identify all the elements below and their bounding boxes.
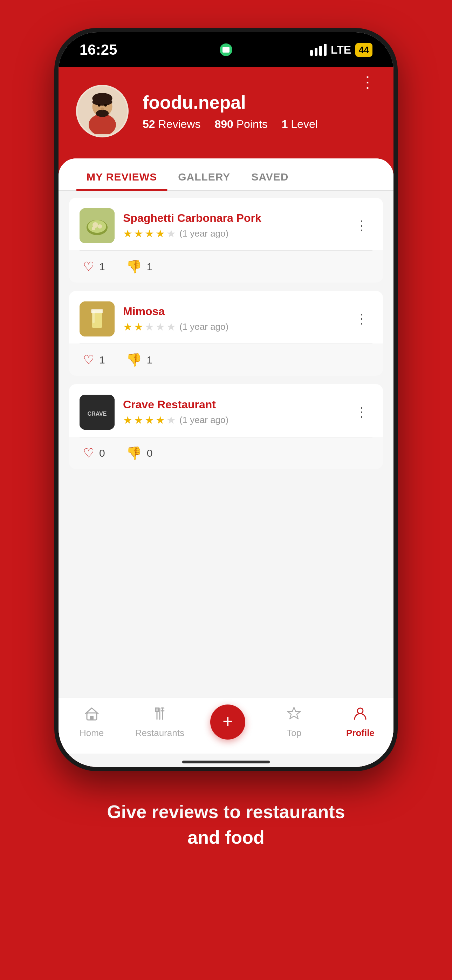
review-meta: Spaghetti Carbonara Pork ★ ★ ★ ★ ★ [123,212,343,240]
add-icon: + [223,712,233,730]
review-time: (1 year ago) [180,415,228,425]
review-time: (1 year ago) [180,228,228,239]
svg-point-14 [92,227,95,230]
review-more-button[interactable]: ⋮ [352,219,372,232]
dislike-count: 0 [147,447,153,459]
bottom-nav: Home [59,697,393,754]
home-bar [182,760,270,764]
phone-frame: 16:25 LTE 44 ⋮ [54,28,398,771]
profile-details: foodu.nepal 52 Reviews 890 Points 1 Leve… [143,92,318,131]
review-more-button[interactable]: ⋮ [352,406,372,419]
tab-gallery[interactable]: GALLERY [167,158,241,190]
review-top: CRAVE Crave Restaurant ★ ★ ★ [69,384,383,437]
level-stat: 1 Level [282,118,318,131]
facetime-icon [220,43,232,56]
heart-icon: ♡ [83,353,94,368]
status-right: LTE 44 [310,43,372,57]
top-icon [286,706,302,725]
caption: Give reviews to restaurantsand food [107,799,345,850]
thumbsdown-icon: 👎 [126,446,142,461]
like-button[interactable]: ♡ 0 [83,446,105,461]
star-5: ★ [166,228,176,240]
stars: ★ ★ ★ ★ ★ [123,414,176,426]
profile-icon [352,706,368,725]
tabs-bar: MY REVIEWS GALLERY SAVED [59,158,393,191]
review-actions: ♡ 1 👎 1 [69,344,383,376]
svg-point-13 [98,224,102,229]
like-count: 0 [99,447,105,459]
review-top: Mimosa ★ ★ ★ ★ ★ (1 year ag [69,291,383,344]
svg-rect-18 [92,311,95,323]
dislike-button[interactable]: 👎 1 [126,259,153,274]
like-button[interactable]: ♡ 1 [83,259,105,274]
review-meta: Crave Restaurant ★ ★ ★ ★ ★ [123,398,343,426]
more-options-button[interactable]: ⋮ [360,74,376,90]
svg-point-8 [100,108,104,110]
star-4: ★ [156,414,165,426]
review-title: Mimosa [123,305,343,318]
profile-header: ⋮ [59,67,393,158]
star-3: ★ [145,321,154,333]
thumbsdown-icon: 👎 [126,353,142,368]
review-item: Mimosa ★ ★ ★ ★ ★ (1 year ag [69,291,383,376]
review-title: Spaghetti Carbonara Pork [123,212,343,225]
tab-saved[interactable]: SAVED [241,158,299,190]
star-1: ★ [123,228,132,240]
review-more-button[interactable]: ⋮ [352,312,372,326]
points-stat: 890 Points [215,118,267,131]
dislike-count: 1 [147,354,153,366]
username: foodu.nepal [143,92,318,113]
svg-point-5 [96,110,108,117]
phone-screen: 16:25 LTE 44 ⋮ [59,32,393,767]
reviews-stat: 52 Reviews [143,118,201,131]
restaurants-icon [152,706,167,725]
review-image: CRAVE [80,395,115,430]
star-4: ★ [156,321,165,333]
avatar [76,85,129,137]
review-item: Spaghetti Carbonara Pork ★ ★ ★ ★ ★ [69,198,383,283]
status-bar: 16:25 LTE 44 [59,32,393,67]
star-2: ★ [134,228,143,240]
star-2: ★ [134,321,143,333]
signal-icon [310,44,326,56]
add-button[interactable]: + [210,705,245,740]
review-actions: ♡ 1 👎 1 [69,251,383,283]
heart-icon: ♡ [83,446,94,461]
tab-my-reviews[interactable]: MY REVIEWS [76,158,167,190]
content-area: MY REVIEWS GALLERY SAVED [59,158,393,767]
nav-profile-label: Profile [346,728,374,738]
star-1: ★ [123,414,132,426]
star-4: ★ [156,228,165,240]
svg-point-4 [92,99,112,106]
review-image [80,208,115,243]
battery-indicator: 44 [355,43,372,57]
like-button[interactable]: ♡ 1 [83,353,105,368]
status-time: 16:25 [80,41,117,58]
stars: ★ ★ ★ ★ ★ [123,321,176,333]
dynamic-island [180,38,272,61]
review-stars-row: ★ ★ ★ ★ ★ (1 year ago) [123,321,343,333]
review-stars-row: ★ ★ ★ ★ ★ (1 year ago) [123,414,343,426]
nav-profile[interactable]: Profile [337,706,383,738]
nav-top-label: Top [286,728,301,738]
svg-text:CRAVE: CRAVE [88,411,107,417]
review-time: (1 year ago) [180,321,228,332]
dislike-count: 1 [147,261,153,273]
svg-point-6 [98,104,100,107]
nav-home[interactable]: Home [69,706,115,738]
lte-label: LTE [331,43,351,56]
like-count: 1 [99,261,105,273]
star-5: ★ [166,321,176,333]
heart-icon: ♡ [83,259,94,274]
nav-home-label: Home [80,728,104,738]
star-5: ★ [166,414,176,426]
dislike-button[interactable]: 👎 1 [126,353,153,368]
nav-top[interactable]: Top [271,706,317,738]
svg-point-7 [104,104,107,107]
dislike-button[interactable]: 👎 0 [126,446,153,461]
nav-restaurants[interactable]: Restaurants [135,706,184,738]
nav-add[interactable]: + [205,705,250,740]
reviews-list: Spaghetti Carbonara Pork ★ ★ ★ ★ ★ [59,191,393,697]
review-title: Crave Restaurant [123,398,343,411]
review-image [80,301,115,336]
